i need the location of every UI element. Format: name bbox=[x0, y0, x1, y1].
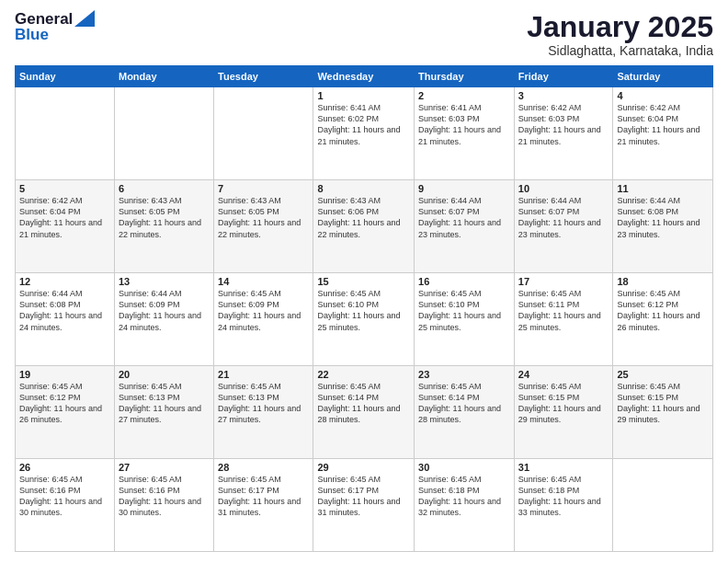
day-info: Sunrise: 6:45 AMSunset: 6:17 PMDaylight:… bbox=[218, 475, 301, 517]
day-info: Sunrise: 6:44 AMSunset: 6:09 PMDaylight:… bbox=[119, 289, 201, 331]
table-cell bbox=[16, 87, 115, 180]
day-number: 18 bbox=[617, 276, 709, 287]
day-number: 8 bbox=[317, 183, 410, 194]
day-number: 23 bbox=[418, 369, 510, 380]
table-cell: 25Sunrise: 6:45 AMSunset: 6:15 PMDayligh… bbox=[613, 366, 713, 459]
calendar-table: Sunday Monday Tuesday Wednesday Thursday… bbox=[15, 65, 713, 552]
day-number: 4 bbox=[617, 90, 709, 101]
week-row-3: 12Sunrise: 6:44 AMSunset: 6:08 PMDayligh… bbox=[16, 273, 713, 366]
day-info: Sunrise: 6:42 AMSunset: 6:04 PMDaylight:… bbox=[19, 196, 102, 238]
day-number: 21 bbox=[218, 369, 309, 380]
day-number: 22 bbox=[317, 369, 410, 380]
day-number: 24 bbox=[518, 369, 609, 380]
header: General Blue January 2025 Sidlaghatta, K… bbox=[15, 11, 713, 58]
day-number: 14 bbox=[218, 276, 309, 287]
day-number: 12 bbox=[19, 276, 110, 287]
day-number: 5 bbox=[19, 183, 110, 194]
svg-marker-0 bbox=[74, 10, 95, 27]
day-number: 7 bbox=[218, 183, 309, 194]
table-cell: 27Sunrise: 6:45 AMSunset: 6:16 PMDayligh… bbox=[114, 459, 213, 552]
day-number: 31 bbox=[518, 462, 609, 473]
day-number: 10 bbox=[518, 183, 609, 194]
day-info: Sunrise: 6:45 AMSunset: 6:15 PMDaylight:… bbox=[518, 382, 601, 424]
day-info: Sunrise: 6:41 AMSunset: 6:03 PMDaylight:… bbox=[418, 103, 501, 145]
day-info: Sunrise: 6:45 AMSunset: 6:13 PMDaylight:… bbox=[119, 382, 201, 424]
table-cell: 11Sunrise: 6:44 AMSunset: 6:08 PMDayligh… bbox=[613, 180, 713, 273]
day-info: Sunrise: 6:45 AMSunset: 6:10 PMDaylight:… bbox=[317, 289, 400, 331]
table-cell: 23Sunrise: 6:45 AMSunset: 6:14 PMDayligh… bbox=[415, 366, 515, 459]
header-monday: Monday bbox=[114, 66, 213, 87]
day-info: Sunrise: 6:45 AMSunset: 6:16 PMDaylight:… bbox=[119, 475, 201, 517]
table-cell bbox=[214, 87, 313, 180]
day-number: 19 bbox=[19, 369, 110, 380]
day-info: Sunrise: 6:45 AMSunset: 6:11 PMDaylight:… bbox=[518, 289, 601, 331]
table-cell bbox=[114, 87, 213, 180]
day-info: Sunrise: 6:45 AMSunset: 6:13 PMDaylight:… bbox=[218, 382, 301, 424]
logo-icon bbox=[74, 10, 95, 27]
table-cell: 7Sunrise: 6:43 AMSunset: 6:05 PMDaylight… bbox=[214, 180, 313, 273]
day-info: Sunrise: 6:43 AMSunset: 6:05 PMDaylight:… bbox=[119, 196, 201, 238]
table-cell: 29Sunrise: 6:45 AMSunset: 6:17 PMDayligh… bbox=[313, 459, 415, 552]
table-cell: 10Sunrise: 6:44 AMSunset: 6:07 PMDayligh… bbox=[514, 180, 613, 273]
location-subtitle: Sidlaghatta, Karnataka, India bbox=[527, 43, 713, 58]
table-cell: 26Sunrise: 6:45 AMSunset: 6:16 PMDayligh… bbox=[16, 459, 115, 552]
day-info: Sunrise: 6:44 AMSunset: 6:07 PMDaylight:… bbox=[418, 196, 501, 238]
day-number: 28 bbox=[218, 462, 309, 473]
table-cell: 20Sunrise: 6:45 AMSunset: 6:13 PMDayligh… bbox=[114, 366, 213, 459]
table-cell: 14Sunrise: 6:45 AMSunset: 6:09 PMDayligh… bbox=[214, 273, 313, 366]
day-info: Sunrise: 6:43 AMSunset: 6:06 PMDaylight:… bbox=[317, 196, 400, 238]
day-number: 11 bbox=[617, 183, 709, 194]
day-number: 2 bbox=[418, 90, 510, 101]
table-cell: 31Sunrise: 6:45 AMSunset: 6:18 PMDayligh… bbox=[514, 459, 613, 552]
weekday-header-row: Sunday Monday Tuesday Wednesday Thursday… bbox=[16, 66, 713, 87]
header-sunday: Sunday bbox=[16, 66, 115, 87]
day-number: 6 bbox=[119, 183, 210, 194]
day-number: 1 bbox=[317, 90, 410, 101]
table-cell: 22Sunrise: 6:45 AMSunset: 6:14 PMDayligh… bbox=[313, 366, 415, 459]
table-cell: 8Sunrise: 6:43 AMSunset: 6:06 PMDaylight… bbox=[313, 180, 415, 273]
table-cell: 30Sunrise: 6:45 AMSunset: 6:18 PMDayligh… bbox=[415, 459, 515, 552]
table-cell: 2Sunrise: 6:41 AMSunset: 6:03 PMDaylight… bbox=[415, 87, 515, 180]
logo: General Blue bbox=[15, 11, 95, 43]
table-cell bbox=[613, 459, 713, 552]
table-cell: 6Sunrise: 6:43 AMSunset: 6:05 PMDaylight… bbox=[114, 180, 213, 273]
page: General Blue January 2025 Sidlaghatta, K… bbox=[0, 0, 728, 563]
day-info: Sunrise: 6:45 AMSunset: 6:15 PMDaylight:… bbox=[617, 382, 700, 424]
day-info: Sunrise: 6:45 AMSunset: 6:09 PMDaylight:… bbox=[218, 289, 301, 331]
day-number: 25 bbox=[617, 369, 709, 380]
day-number: 13 bbox=[119, 276, 210, 287]
table-cell: 12Sunrise: 6:44 AMSunset: 6:08 PMDayligh… bbox=[16, 273, 115, 366]
title-block: January 2025 Sidlaghatta, Karnataka, Ind… bbox=[527, 11, 713, 58]
day-info: Sunrise: 6:44 AMSunset: 6:08 PMDaylight:… bbox=[19, 289, 102, 331]
day-info: Sunrise: 6:44 AMSunset: 6:07 PMDaylight:… bbox=[518, 196, 601, 238]
day-info: Sunrise: 6:45 AMSunset: 6:17 PMDaylight:… bbox=[317, 475, 400, 517]
table-cell: 18Sunrise: 6:45 AMSunset: 6:12 PMDayligh… bbox=[613, 273, 713, 366]
day-info: Sunrise: 6:45 AMSunset: 6:18 PMDaylight:… bbox=[518, 475, 601, 517]
table-cell: 1Sunrise: 6:41 AMSunset: 6:02 PMDaylight… bbox=[313, 87, 415, 180]
day-info: Sunrise: 6:45 AMSunset: 6:10 PMDaylight:… bbox=[418, 289, 501, 331]
header-saturday: Saturday bbox=[613, 66, 713, 87]
day-info: Sunrise: 6:42 AMSunset: 6:04 PMDaylight:… bbox=[617, 103, 700, 145]
table-cell: 13Sunrise: 6:44 AMSunset: 6:09 PMDayligh… bbox=[114, 273, 213, 366]
table-cell: 4Sunrise: 6:42 AMSunset: 6:04 PMDaylight… bbox=[613, 87, 713, 180]
table-cell: 24Sunrise: 6:45 AMSunset: 6:15 PMDayligh… bbox=[514, 366, 613, 459]
month-title: January 2025 bbox=[527, 11, 713, 43]
logo-text-blue: Blue bbox=[15, 27, 49, 44]
day-number: 30 bbox=[418, 462, 510, 473]
day-info: Sunrise: 6:44 AMSunset: 6:08 PMDaylight:… bbox=[617, 196, 700, 238]
day-info: Sunrise: 6:45 AMSunset: 6:14 PMDaylight:… bbox=[418, 382, 501, 424]
table-cell: 16Sunrise: 6:45 AMSunset: 6:10 PMDayligh… bbox=[415, 273, 515, 366]
day-number: 29 bbox=[317, 462, 410, 473]
header-wednesday: Wednesday bbox=[313, 66, 415, 87]
day-info: Sunrise: 6:41 AMSunset: 6:02 PMDaylight:… bbox=[317, 103, 400, 145]
day-number: 9 bbox=[418, 183, 510, 194]
table-cell: 15Sunrise: 6:45 AMSunset: 6:10 PMDayligh… bbox=[313, 273, 415, 366]
table-cell: 17Sunrise: 6:45 AMSunset: 6:11 PMDayligh… bbox=[514, 273, 613, 366]
table-cell: 3Sunrise: 6:42 AMSunset: 6:03 PMDaylight… bbox=[514, 87, 613, 180]
week-row-2: 5Sunrise: 6:42 AMSunset: 6:04 PMDaylight… bbox=[16, 180, 713, 273]
day-number: 26 bbox=[19, 462, 110, 473]
day-number: 15 bbox=[317, 276, 410, 287]
table-cell: 5Sunrise: 6:42 AMSunset: 6:04 PMDaylight… bbox=[16, 180, 115, 273]
day-info: Sunrise: 6:45 AMSunset: 6:12 PMDaylight:… bbox=[19, 382, 102, 424]
table-cell: 28Sunrise: 6:45 AMSunset: 6:17 PMDayligh… bbox=[214, 459, 313, 552]
